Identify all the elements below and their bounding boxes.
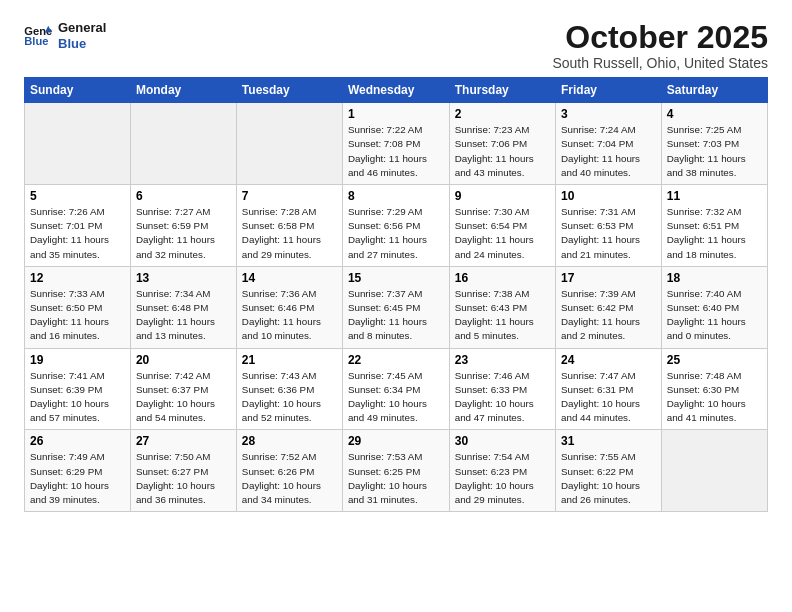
day-number: 2 xyxy=(455,107,550,121)
day-info: Sunrise: 7:34 AM Sunset: 6:48 PM Dayligh… xyxy=(136,287,231,344)
day-info: Sunrise: 7:28 AM Sunset: 6:58 PM Dayligh… xyxy=(242,205,337,262)
header-day-sunday: Sunday xyxy=(25,78,131,103)
calendar-week-row: 1Sunrise: 7:22 AM Sunset: 7:08 PM Daylig… xyxy=(25,103,768,185)
day-number: 29 xyxy=(348,434,444,448)
day-number: 26 xyxy=(30,434,125,448)
calendar-cell: 27Sunrise: 7:50 AM Sunset: 6:27 PM Dayli… xyxy=(130,430,236,512)
day-info: Sunrise: 7:50 AM Sunset: 6:27 PM Dayligh… xyxy=(136,450,231,507)
day-info: Sunrise: 7:33 AM Sunset: 6:50 PM Dayligh… xyxy=(30,287,125,344)
day-number: 22 xyxy=(348,353,444,367)
header-day-wednesday: Wednesday xyxy=(342,78,449,103)
day-number: 27 xyxy=(136,434,231,448)
calendar-cell: 9Sunrise: 7:30 AM Sunset: 6:54 PM Daylig… xyxy=(449,185,555,267)
calendar-week-row: 12Sunrise: 7:33 AM Sunset: 6:50 PM Dayli… xyxy=(25,266,768,348)
calendar-cell: 22Sunrise: 7:45 AM Sunset: 6:34 PM Dayli… xyxy=(342,348,449,430)
day-number: 1 xyxy=(348,107,444,121)
calendar-cell: 4Sunrise: 7:25 AM Sunset: 7:03 PM Daylig… xyxy=(661,103,767,185)
day-number: 30 xyxy=(455,434,550,448)
day-number: 13 xyxy=(136,271,231,285)
day-number: 23 xyxy=(455,353,550,367)
day-number: 9 xyxy=(455,189,550,203)
header-day-thursday: Thursday xyxy=(449,78,555,103)
day-info: Sunrise: 7:23 AM Sunset: 7:06 PM Dayligh… xyxy=(455,123,550,180)
day-info: Sunrise: 7:24 AM Sunset: 7:04 PM Dayligh… xyxy=(561,123,656,180)
calendar-cell: 19Sunrise: 7:41 AM Sunset: 6:39 PM Dayli… xyxy=(25,348,131,430)
day-number: 24 xyxy=(561,353,656,367)
calendar-cell: 3Sunrise: 7:24 AM Sunset: 7:04 PM Daylig… xyxy=(556,103,662,185)
calendar-cell: 13Sunrise: 7:34 AM Sunset: 6:48 PM Dayli… xyxy=(130,266,236,348)
day-info: Sunrise: 7:39 AM Sunset: 6:42 PM Dayligh… xyxy=(561,287,656,344)
logo-icon: General Blue xyxy=(24,24,52,48)
day-info: Sunrise: 7:42 AM Sunset: 6:37 PM Dayligh… xyxy=(136,369,231,426)
calendar-cell xyxy=(661,430,767,512)
day-info: Sunrise: 7:26 AM Sunset: 7:01 PM Dayligh… xyxy=(30,205,125,262)
calendar-cell: 17Sunrise: 7:39 AM Sunset: 6:42 PM Dayli… xyxy=(556,266,662,348)
day-info: Sunrise: 7:30 AM Sunset: 6:54 PM Dayligh… xyxy=(455,205,550,262)
logo: General Blue General Blue xyxy=(24,20,106,51)
calendar-cell: 2Sunrise: 7:23 AM Sunset: 7:06 PM Daylig… xyxy=(449,103,555,185)
calendar-cell xyxy=(130,103,236,185)
day-number: 17 xyxy=(561,271,656,285)
day-info: Sunrise: 7:31 AM Sunset: 6:53 PM Dayligh… xyxy=(561,205,656,262)
day-info: Sunrise: 7:52 AM Sunset: 6:26 PM Dayligh… xyxy=(242,450,337,507)
calendar-cell: 29Sunrise: 7:53 AM Sunset: 6:25 PM Dayli… xyxy=(342,430,449,512)
day-info: Sunrise: 7:29 AM Sunset: 6:56 PM Dayligh… xyxy=(348,205,444,262)
day-number: 8 xyxy=(348,189,444,203)
calendar-cell: 1Sunrise: 7:22 AM Sunset: 7:08 PM Daylig… xyxy=(342,103,449,185)
calendar-cell: 31Sunrise: 7:55 AM Sunset: 6:22 PM Dayli… xyxy=(556,430,662,512)
day-info: Sunrise: 7:46 AM Sunset: 6:33 PM Dayligh… xyxy=(455,369,550,426)
day-info: Sunrise: 7:55 AM Sunset: 6:22 PM Dayligh… xyxy=(561,450,656,507)
day-info: Sunrise: 7:54 AM Sunset: 6:23 PM Dayligh… xyxy=(455,450,550,507)
calendar-cell: 18Sunrise: 7:40 AM Sunset: 6:40 PM Dayli… xyxy=(661,266,767,348)
calendar-cell: 8Sunrise: 7:29 AM Sunset: 6:56 PM Daylig… xyxy=(342,185,449,267)
calendar-cell: 12Sunrise: 7:33 AM Sunset: 6:50 PM Dayli… xyxy=(25,266,131,348)
day-number: 31 xyxy=(561,434,656,448)
day-number: 14 xyxy=(242,271,337,285)
calendar-cell: 10Sunrise: 7:31 AM Sunset: 6:53 PM Dayli… xyxy=(556,185,662,267)
day-number: 11 xyxy=(667,189,762,203)
day-number: 5 xyxy=(30,189,125,203)
day-number: 12 xyxy=(30,271,125,285)
day-number: 3 xyxy=(561,107,656,121)
day-info: Sunrise: 7:43 AM Sunset: 6:36 PM Dayligh… xyxy=(242,369,337,426)
day-info: Sunrise: 7:32 AM Sunset: 6:51 PM Dayligh… xyxy=(667,205,762,262)
title-block: October 2025 South Russell, Ohio, United… xyxy=(552,20,768,71)
calendar-cell: 6Sunrise: 7:27 AM Sunset: 6:59 PM Daylig… xyxy=(130,185,236,267)
day-info: Sunrise: 7:41 AM Sunset: 6:39 PM Dayligh… xyxy=(30,369,125,426)
header-day-saturday: Saturday xyxy=(661,78,767,103)
day-info: Sunrise: 7:47 AM Sunset: 6:31 PM Dayligh… xyxy=(561,369,656,426)
day-info: Sunrise: 7:53 AM Sunset: 6:25 PM Dayligh… xyxy=(348,450,444,507)
day-number: 4 xyxy=(667,107,762,121)
logo-text-blue: Blue xyxy=(58,36,106,52)
day-info: Sunrise: 7:25 AM Sunset: 7:03 PM Dayligh… xyxy=(667,123,762,180)
calendar-cell: 16Sunrise: 7:38 AM Sunset: 6:43 PM Dayli… xyxy=(449,266,555,348)
header-day-monday: Monday xyxy=(130,78,236,103)
logo-text-general: General xyxy=(58,20,106,36)
day-number: 16 xyxy=(455,271,550,285)
day-info: Sunrise: 7:48 AM Sunset: 6:30 PM Dayligh… xyxy=(667,369,762,426)
calendar-cell xyxy=(236,103,342,185)
day-info: Sunrise: 7:40 AM Sunset: 6:40 PM Dayligh… xyxy=(667,287,762,344)
header-day-tuesday: Tuesday xyxy=(236,78,342,103)
day-number: 20 xyxy=(136,353,231,367)
calendar-cell: 14Sunrise: 7:36 AM Sunset: 6:46 PM Dayli… xyxy=(236,266,342,348)
day-number: 19 xyxy=(30,353,125,367)
day-info: Sunrise: 7:37 AM Sunset: 6:45 PM Dayligh… xyxy=(348,287,444,344)
calendar-cell: 26Sunrise: 7:49 AM Sunset: 6:29 PM Dayli… xyxy=(25,430,131,512)
calendar-week-row: 5Sunrise: 7:26 AM Sunset: 7:01 PM Daylig… xyxy=(25,185,768,267)
day-number: 28 xyxy=(242,434,337,448)
calendar-cell: 23Sunrise: 7:46 AM Sunset: 6:33 PM Dayli… xyxy=(449,348,555,430)
calendar-cell: 30Sunrise: 7:54 AM Sunset: 6:23 PM Dayli… xyxy=(449,430,555,512)
day-info: Sunrise: 7:27 AM Sunset: 6:59 PM Dayligh… xyxy=(136,205,231,262)
calendar-cell: 11Sunrise: 7:32 AM Sunset: 6:51 PM Dayli… xyxy=(661,185,767,267)
day-info: Sunrise: 7:38 AM Sunset: 6:43 PM Dayligh… xyxy=(455,287,550,344)
calendar-cell: 20Sunrise: 7:42 AM Sunset: 6:37 PM Dayli… xyxy=(130,348,236,430)
location: South Russell, Ohio, United States xyxy=(552,55,768,71)
calendar-week-row: 19Sunrise: 7:41 AM Sunset: 6:39 PM Dayli… xyxy=(25,348,768,430)
calendar-week-row: 26Sunrise: 7:49 AM Sunset: 6:29 PM Dayli… xyxy=(25,430,768,512)
day-number: 15 xyxy=(348,271,444,285)
day-number: 25 xyxy=(667,353,762,367)
calendar-cell: 25Sunrise: 7:48 AM Sunset: 6:30 PM Dayli… xyxy=(661,348,767,430)
month-title: October 2025 xyxy=(552,20,768,55)
header-day-friday: Friday xyxy=(556,78,662,103)
